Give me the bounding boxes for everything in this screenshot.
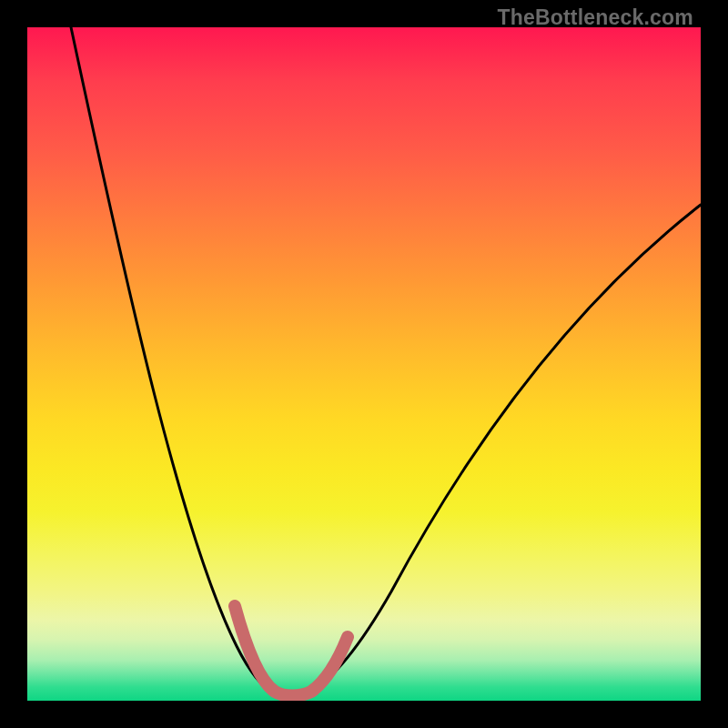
- curve-valley-highlight: [235, 606, 348, 696]
- curve-left-arm: [71, 27, 273, 692]
- curve-right-arm: [309, 205, 701, 692]
- watermark-text: TheBottleneck.com: [497, 5, 693, 30]
- chart-plot-area: [27, 27, 701, 701]
- chart-svg: [27, 27, 701, 701]
